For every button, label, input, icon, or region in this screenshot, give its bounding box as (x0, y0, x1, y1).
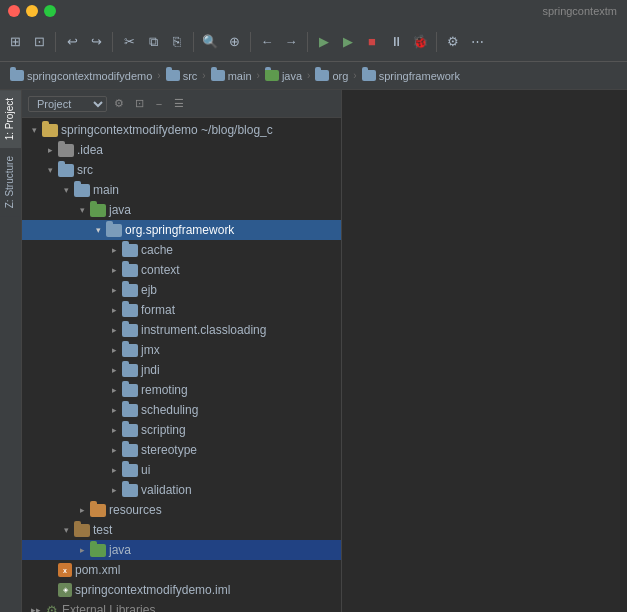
toolbar-btn-pause[interactable]: ⏸ (385, 31, 407, 53)
toolbar-btn-undo[interactable]: ↩ (61, 31, 83, 53)
close-button[interactable] (8, 5, 20, 17)
validation-label: validation (141, 483, 192, 497)
breadcrumb-sep-4: › (307, 70, 310, 81)
tree-item-context[interactable]: context (22, 260, 341, 280)
toolbar-btn-forward[interactable]: → (280, 31, 302, 53)
scheduling-label: scheduling (141, 403, 198, 417)
tree-item-resources[interactable]: resources (22, 500, 341, 520)
tree-container[interactable]: springcontextmodifydemo ~/blog/blog_c .i… (22, 118, 341, 612)
context-label: context (141, 263, 180, 277)
tree-item-main[interactable]: main (22, 180, 341, 200)
tree-item-validation[interactable]: validation (22, 480, 341, 500)
breadcrumb-sep-3: › (257, 70, 260, 81)
tree-root[interactable]: springcontextmodifydemo ~/blog/blog_c (22, 120, 341, 140)
toolbar-btn-back[interactable]: ← (256, 31, 278, 53)
external-libraries-item[interactable]: ▸ ⚙ External Libraries (22, 600, 341, 612)
org-folder-icon (315, 70, 329, 81)
breadcrumb-main[interactable]: main (207, 68, 256, 84)
test-label: test (93, 523, 112, 537)
src-label: src (77, 163, 93, 177)
breadcrumb-project[interactable]: springcontextmodifydemo (6, 68, 156, 84)
stereotype-arrow (106, 442, 122, 458)
instrument-label: instrument.classloading (141, 323, 266, 337)
tree-item-instrument[interactable]: instrument.classloading (22, 320, 341, 340)
cache-arrow (106, 242, 122, 258)
breadcrumb-springframework-label: springframework (379, 70, 460, 82)
toolbar-btn-search2[interactable]: ⊕ (223, 31, 245, 53)
test-arrow (58, 522, 74, 538)
breadcrumb-main-label: main (228, 70, 252, 82)
jmx-folder-icon (122, 344, 138, 357)
tree-item-pom[interactable]: x pom.xml (22, 560, 341, 580)
tree-item-test[interactable]: test (22, 520, 341, 540)
tree-item-src[interactable]: src (22, 160, 341, 180)
toolbar-btn-stop[interactable]: ■ (361, 31, 383, 53)
tree-item-format[interactable]: format (22, 300, 341, 320)
toolbar-sep-2 (112, 32, 113, 52)
format-folder-icon (122, 304, 138, 317)
tree-item-ejb[interactable]: ejb (22, 280, 341, 300)
maximize-button[interactable] (44, 5, 56, 17)
panel-gear-button[interactable]: ⚙ (111, 96, 127, 112)
panel-settings-button[interactable]: ☰ (171, 96, 187, 112)
breadcrumb-springframework[interactable]: springframework (358, 68, 464, 84)
validation-arrow (106, 482, 122, 498)
tree-item-stereotype[interactable]: stereotype (22, 440, 341, 460)
toolbar-btn-more[interactable]: ⚙ (442, 31, 464, 53)
minimize-button[interactable] (26, 5, 38, 17)
toolbar-btn-cut[interactable]: ✂ (118, 31, 140, 53)
breadcrumb-sep-1: › (157, 70, 160, 81)
toolbar-btn-2[interactable]: ⊡ (28, 31, 50, 53)
root-arrow (26, 122, 42, 138)
toolbar-sep-5 (307, 32, 308, 52)
tree-item-idea[interactable]: .idea (22, 140, 341, 160)
toolbar-sep-3 (193, 32, 194, 52)
toolbar-btn-run[interactable]: ▶ (337, 31, 359, 53)
tree-item-jmx[interactable]: jmx (22, 340, 341, 360)
breadcrumb-src[interactable]: src (162, 68, 202, 84)
panel-header: Project Packages Android ⚙ ⊡ − ☰ (22, 90, 341, 118)
stereotype-folder-icon (122, 444, 138, 457)
panel-scroll-button[interactable]: ⊡ (131, 96, 147, 112)
remoting-folder-icon (122, 384, 138, 397)
tree-item-remoting[interactable]: remoting (22, 380, 341, 400)
ejb-label: ejb (141, 283, 157, 297)
tree-item-java-test[interactable]: java (22, 540, 341, 560)
window-title: springcontextm (542, 5, 617, 17)
src-folder-icon (166, 70, 180, 81)
tab-project[interactable]: 1: Project (0, 90, 21, 148)
iml-label: springcontextmodifydemo.iml (75, 583, 230, 597)
tree-item-scheduling[interactable]: scheduling (22, 400, 341, 420)
tree-item-cache[interactable]: cache (22, 240, 341, 260)
breadcrumb-org[interactable]: org (311, 68, 352, 84)
tree-item-jndi[interactable]: jndi (22, 360, 341, 380)
toolbar-btn-settings[interactable]: ⋯ (466, 31, 488, 53)
toolbar-sep-4 (250, 32, 251, 52)
tree-item-java[interactable]: java (22, 200, 341, 220)
panel-view-dropdown[interactable]: Project Packages Android (28, 96, 107, 112)
toolbar-btn-debug[interactable]: 🐞 (409, 31, 431, 53)
toolbar-sep-1 (55, 32, 56, 52)
toolbar-btn-redo[interactable]: ↪ (85, 31, 107, 53)
toolbar-btn-search1[interactable]: 🔍 (199, 31, 221, 53)
toolbar-sep-6 (436, 32, 437, 52)
format-label: format (141, 303, 175, 317)
tree-item-scripting[interactable]: scripting (22, 420, 341, 440)
panel-collapse-button[interactable]: − (151, 96, 167, 112)
ui-label: ui (141, 463, 150, 477)
ui-arrow (106, 462, 122, 478)
breadcrumb-java[interactable]: java (261, 68, 306, 84)
java-arrow (74, 202, 90, 218)
toolbar-btn-copy[interactable]: ⧉ (142, 31, 164, 53)
toolbar-btn-paste[interactable]: ⎘ (166, 31, 188, 53)
root-folder-icon (42, 124, 58, 137)
pom-file-icon: x (58, 563, 72, 577)
toolbar-btn-build[interactable]: ▶ (313, 31, 335, 53)
tree-item-iml[interactable]: ◈ springcontextmodifydemo.iml (22, 580, 341, 600)
tab-structure[interactable]: Z: Structure (0, 148, 21, 216)
project-folder-icon (10, 70, 24, 81)
root-label: springcontextmodifydemo ~/blog/blog_c (61, 123, 273, 137)
tree-item-ui[interactable]: ui (22, 460, 341, 480)
tree-item-org-springframework[interactable]: org.springframework (22, 220, 341, 240)
toolbar-btn-1[interactable]: ⊞ (4, 31, 26, 53)
